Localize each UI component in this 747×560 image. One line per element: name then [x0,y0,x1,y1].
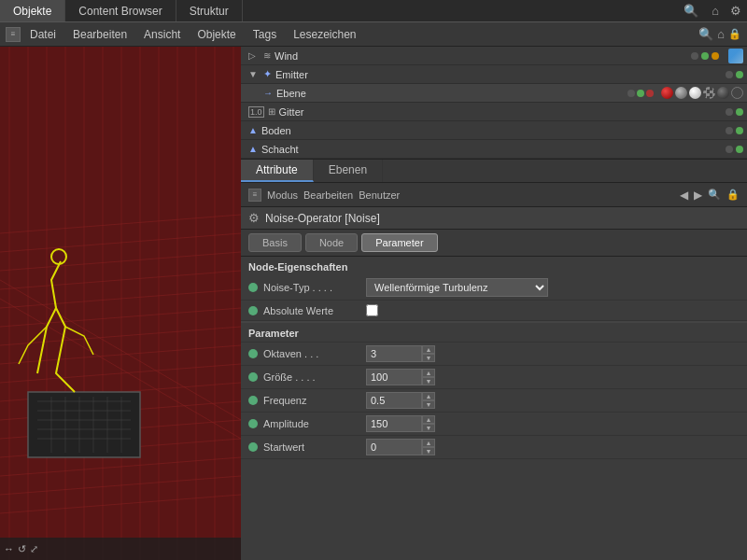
obj-render-dot[interactable] [736,71,743,78]
menu-bearbeiten[interactable]: Bearbeiten [65,26,134,43]
groesse-input[interactable] [366,369,422,385]
noise-type-select[interactable]: Wellenförmige Turbulenz Turbulenz Rausch… [366,278,548,297]
groesse-label: Größe . . . . [263,371,366,383]
obj-name: Gitter [279,106,724,118]
list-item[interactable]: ▲ Schacht [241,140,747,159]
groesse-spin-down[interactable]: ▼ [422,377,435,385]
oktaven-input[interactable] [366,345,422,362]
obj-render-dot[interactable] [736,127,743,134]
lock-icon: 🔒 [728,28,741,40]
obj-expand-icon: ▼ [248,69,261,79]
absolute-values-label: Absolute Werte [263,305,366,316]
startwert-spin-up[interactable]: ▲ [422,439,435,447]
search-icon-right[interactable]: 🔍 [698,27,713,41]
subtab-parameter[interactable]: Parameter [361,233,437,252]
menu-objekte[interactable]: Objekte [190,26,243,43]
tab-content-browser[interactable]: Content Browser [65,0,176,21]
settings-icon[interactable]: ⚙ [725,4,747,18]
obj-render-dot[interactable] [736,108,743,116]
menu-datei[interactable]: Datei [22,26,63,43]
svg-rect-0 [0,47,241,560]
oktaven-spin-down[interactable]: ▼ [422,354,435,362]
attr-arrow-left[interactable]: ◀ [680,189,688,202]
section-parameter: Parameter [241,321,747,343]
obj-vis-dot[interactable] [726,146,733,153]
obj-render-dot[interactable] [701,52,709,60]
attr-bearbeiten[interactable]: Bearbeiten [303,189,353,201]
attr-search-icon[interactable]: 🔍 [708,189,721,201]
prop-row-frequenz: Frequenz ▲ ▼ [241,389,747,413]
vp-rotate-icon[interactable]: ↺ [18,543,26,555]
prop-row-oktaven: Oktaven . . . ▲ ▼ [241,343,747,366]
list-item[interactable]: ▲ Boden [241,121,747,140]
menu-lesezeichen[interactable]: Lesezeichen [286,26,363,43]
amplitude-label: Amplitude [263,418,366,429]
obj-orange-dot[interactable] [712,52,719,60]
attr-menu-icon[interactable]: ≡ [248,189,261,202]
frequenz-input[interactable] [366,392,422,409]
obj-menu-toggle[interactable]: ≡ [6,27,21,42]
search-icon[interactable]: 🔍 [676,4,706,18]
obj-vis-dot[interactable] [691,52,698,60]
prop-row-startwert: Startwert ▲ ▼ [241,436,747,459]
obj-vis-dot[interactable] [726,71,733,78]
vp-scale-icon[interactable]: ⤢ [30,543,38,555]
amplitude-spin-up[interactable]: ▲ [422,415,435,424]
attr-arrow-right[interactable]: ▶ [694,189,702,202]
absolute-values-checkbox[interactable] [366,304,378,316]
attr-modus[interactable]: Modus [267,189,298,201]
prop-bullet [248,306,258,315]
frequenz-spin-up[interactable]: ▲ [422,392,435,400]
prop-bullet [248,442,258,452]
tab-struktur[interactable]: Struktur [176,0,243,21]
obj-render-dot[interactable] [736,146,743,153]
oktaven-spin-up[interactable]: ▲ [422,345,435,354]
oktaven-label: Oktaven . . . [263,348,366,359]
startwert-spin-down[interactable]: ▼ [422,447,435,455]
tab-attribute[interactable]: Attribute [241,160,314,182]
obj-render-dot[interactable] [637,90,644,97]
attr-toolbar: ≡ Modus Bearbeiten Benutzer ◀ ▶ 🔍 🔒 [241,183,747,207]
obj-name: Wind [275,50,689,62]
material-ball-checker [703,87,715,99]
home-icon-right[interactable]: ⌂ [717,27,725,41]
obj-name: Boden [261,125,724,136]
props-area: Node-Eigenschaften Noise-Typ . . . . Wel… [241,257,747,560]
menu-tags[interactable]: Tags [246,26,284,43]
tab-objekte[interactable]: Objekte [0,0,65,21]
object-list: ▷ ≋ Wind ▼ ✦ Emitter [241,47,747,160]
tab-ebenen[interactable]: Ebenen [314,160,383,182]
obj-vis-dot[interactable] [726,108,733,116]
material-ball-extra [731,87,743,99]
prop-bullet [248,372,258,382]
amplitude-input[interactable] [366,415,422,432]
list-item[interactable]: 1.0 ⊞ Gitter [241,103,747,121]
amplitude-spin-down[interactable]: ▼ [422,424,435,432]
attr-benutzer[interactable]: Benutzer [359,189,400,201]
frequenz-label: Frequenz [263,395,366,406]
list-item[interactable]: → Ebene [241,84,747,103]
frequenz-spin-down[interactable]: ▼ [422,400,435,409]
list-item[interactable]: ▼ ✦ Emitter [241,65,747,84]
attr-lock-icon[interactable]: 🔒 [726,189,740,201]
subtab-basis[interactable]: Basis [248,233,302,252]
viewport-grid [0,47,241,560]
list-item[interactable]: ▷ ≋ Wind [241,47,747,65]
prop-bullet [248,396,258,405]
groesse-spin-up[interactable]: ▲ [422,369,435,377]
startwert-input[interactable] [366,439,422,455]
noise-type-label: Noise-Typ . . . . [263,282,366,293]
obj-vis-dot[interactable] [726,127,733,134]
obj-name: Ebene [276,88,626,99]
obj-tag-icon [728,49,743,63]
obj-x-dot[interactable] [646,90,654,97]
vp-move-icon[interactable]: ↔ [4,543,14,554]
subtab-node[interactable]: Node [305,233,358,252]
gitter-icon: ⊞ [268,106,275,117]
emitter-icon: ✦ [263,68,272,80]
material-ball-white [689,87,701,99]
menu-ansicht[interactable]: Ansicht [136,26,188,43]
home-icon[interactable]: ⌂ [706,4,725,18]
ebene-icon: → [263,88,273,98]
obj-vis-dot[interactable] [627,90,635,97]
